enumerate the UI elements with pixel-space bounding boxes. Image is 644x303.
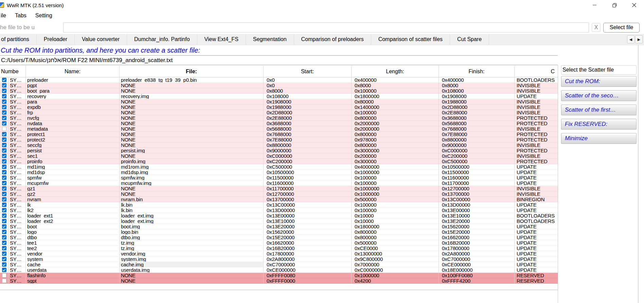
table-row[interactable]: SY…preloaderpreloader_e838_tg_t19_39_p0.… [0,77,558,83]
checkbox-checked-icon[interactable] [2,170,6,174]
row-checkbox-cell[interactable] [0,164,8,169]
table-row[interactable]: SY…loader_ext2loader_ext.img0x13E100000x… [0,219,558,224]
table-row[interactable]: SY…frpNONE0x2D880000x1000000x2E88000INVI… [0,110,558,115]
checkbox-checked-icon[interactable] [2,257,6,261]
row-checkbox-cell[interactable] [0,83,8,88]
tab-view-ext4-fs[interactable]: View Ext4_FS [197,34,246,45]
close-button[interactable] [624,0,644,10]
row-checkbox-cell[interactable] [0,273,8,278]
checkbox-checked-icon[interactable] [2,154,6,158]
table-row[interactable]: SY…md1dspmd1dsp.img0x105000000x10000000x… [0,170,558,175]
table-row[interactable]: SY…pgptNONE0x00x80000x8000INVISIBLE [0,83,558,88]
table-row[interactable]: SY…gz1NONE0x117000000x10000000x12700000I… [0,186,558,191]
checkbox-checked-icon[interactable] [2,110,6,115]
row-checkbox-cell[interactable] [0,132,8,137]
column-header-operation[interactable]: C [515,66,557,77]
row-checkbox-cell[interactable] [0,219,8,224]
checkbox-checked-icon[interactable] [2,175,6,180]
tab-scroll-right-icon[interactable]: ▶ [635,35,643,43]
row-checkbox-cell[interactable] [0,110,8,115]
checkbox-unchecked-icon[interactable] [2,279,6,283]
checkbox-unchecked-icon[interactable] [2,273,6,278]
clear-file-button[interactable]: X [592,23,601,32]
column-header-start[interactable]: Start: [264,66,352,77]
row-checkbox-cell[interactable] [0,143,8,148]
side-button-cut-the-rom[interactable]: Cut the ROM: [561,76,637,87]
checkbox-checked-icon[interactable] [2,268,6,272]
row-checkbox-cell[interactable] [0,191,8,196]
table-row[interactable]: SY…recoveryrecovery.img0x1080000x1800000… [0,94,558,99]
row-checkbox-cell[interactable] [0,99,8,104]
table-row[interactable]: SY…protect1NONE0x76880000x8000000x7E8800… [0,132,558,137]
table-row[interactable]: SY…boot_paraNONE0x80000x1000000x108000IN… [0,88,558,94]
row-checkbox-cell[interactable] [0,213,8,218]
row-checkbox-cell[interactable] [0,115,8,120]
checkbox-checked-icon[interactable] [2,219,6,223]
row-checkbox-cell[interactable] [0,229,8,234]
table-row[interactable]: SY…tee1tz.img0x166200000x5000000x16B2000… [0,240,558,246]
checkbox-checked-icon[interactable] [2,83,6,88]
minimize-button[interactable] [585,0,605,10]
checkbox-checked-icon[interactable] [2,192,6,196]
row-checkbox-cell[interactable] [0,153,8,158]
checkbox-checked-icon[interactable] [2,137,6,142]
table-row[interactable]: SY…seccfgNONE0x88000000x8000000x9000000I… [0,143,558,148]
table-row[interactable]: SY…userdatauserdata.img0xCE0000000xC0000… [0,267,558,273]
file-path-input[interactable] [63,22,589,33]
checkbox-checked-icon[interactable] [2,208,6,212]
row-checkbox-cell[interactable] [0,278,8,283]
column-header-name[interactable]: Name: [26,66,120,77]
row-checkbox-cell[interactable] [0,88,8,93]
column-header-number[interactable]: Numbe [0,66,26,77]
table-row[interactable]: SY…persistpersist.img0x90000000x30000000… [0,148,558,153]
column-header-length[interactable]: Length: [352,66,439,77]
row-checkbox-cell[interactable] [0,105,8,110]
side-button-minimize[interactable]: Minimize [561,133,637,144]
tab-of-partitions[interactable]: of partitions [0,34,37,45]
checkbox-checked-icon[interactable] [2,99,6,104]
table-row[interactable]: SY…expdbNONE0x19880000x14000000x2D88000I… [0,105,558,110]
checkbox-checked-icon[interactable] [2,230,6,234]
checkbox-checked-icon[interactable] [2,251,6,256]
checkbox-checked-icon[interactable] [2,105,6,109]
tab-preloader[interactable]: Preloader [37,34,75,45]
tab-segmentation[interactable]: Segmentation [246,34,294,45]
checkbox-checked-icon[interactable] [2,241,6,245]
checkbox-checked-icon[interactable] [2,262,6,267]
tab-comparison-of-preloaders[interactable]: Comparison of preloaders [294,34,371,45]
side-button-scatter-of-the-first[interactable]: Scatter of the first… [561,105,637,115]
row-checkbox-cell[interactable] [0,246,8,251]
checkbox-checked-icon[interactable] [2,203,6,207]
checkbox-checked-icon[interactable] [2,78,6,82]
row-checkbox-cell[interactable] [0,181,8,186]
checkbox-unchecked-icon[interactable] [2,127,6,131]
tab-comparison-of-scatter-files[interactable]: Comparison of scatter files [371,34,450,45]
select-scatter-file-field[interactable]: Select the Scatter file [561,65,637,75]
row-checkbox-cell[interactable] [0,159,8,164]
row-checkbox-cell[interactable] [0,257,8,262]
table-row[interactable]: SY…vendorvendor.img0x178000000x130000000… [0,251,558,257]
checkbox-checked-icon[interactable] [2,235,6,240]
table-row[interactable]: SY…spmfwspmfw.img0x115000000x1000000x116… [0,175,558,181]
tab-scroll-left-icon[interactable]: ◀ [627,35,634,43]
table-row[interactable]: SY…sec1NONE0xC0000000x2000000xC200000INV… [0,153,558,159]
menu-item-ile[interactable]: ile [1,13,6,19]
row-checkbox-cell[interactable] [0,137,8,142]
checkbox-checked-icon[interactable] [2,148,6,153]
checkbox-checked-icon[interactable] [2,143,6,147]
table-row[interactable]: SY…sgptNONE0xFFFF00000x42000xFFFF4200RES… [0,278,558,284]
checkbox-checked-icon[interactable] [2,165,6,169]
checkbox-checked-icon[interactable] [2,197,6,202]
row-checkbox-cell[interactable] [0,148,8,153]
tab-value-converter[interactable]: Value converter [75,34,127,45]
table-row[interactable]: SY…bootboot.img0x13E200000x18000000x1562… [0,224,558,229]
table-row[interactable]: SY…mcupmfwmcupmfw.img0x116000000x1000000… [0,181,558,186]
table-row[interactable]: SY…lk2lk.bin0x13D000000x1000000x13E00000… [0,208,558,213]
checkbox-checked-icon[interactable] [2,132,6,136]
scatter-path-field[interactable]: C:/Users/T/Music/אלחנן/ROM F22 MINI/mt67… [0,55,558,65]
table-row[interactable]: SY…dtbodtbo.img0x15E200000x8000000x16620… [0,235,558,240]
checkbox-checked-icon[interactable] [2,186,6,191]
checkbox-checked-icon[interactable] [2,224,6,229]
checkbox-checked-icon[interactable] [2,246,6,250]
menu-item-setting[interactable]: Setting [35,13,52,19]
